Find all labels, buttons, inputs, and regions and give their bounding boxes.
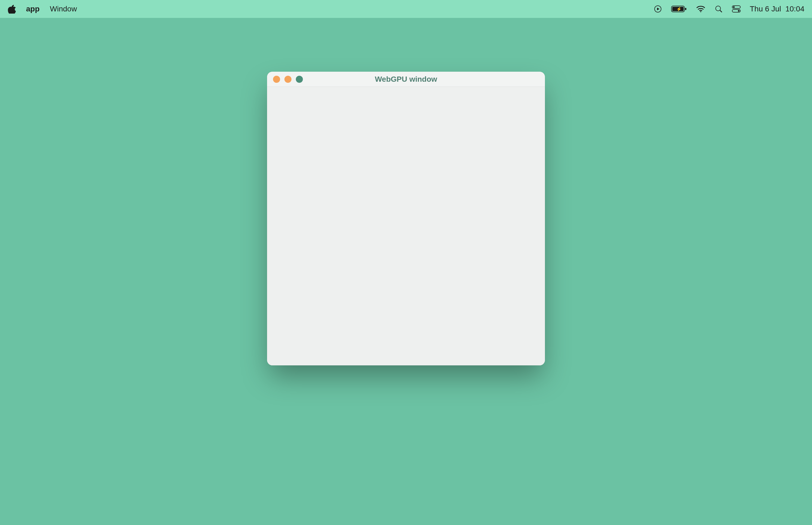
apple-menu-icon[interactable]: [7, 4, 16, 14]
desktop[interactable]: WebGPU window: [0, 18, 812, 525]
window-title: WebGPU window: [375, 75, 437, 84]
control-center-icon[interactable]: [732, 5, 741, 13]
app-name[interactable]: app: [26, 5, 40, 13]
window-titlebar[interactable]: WebGPU window: [267, 72, 545, 87]
menu-window[interactable]: Window: [50, 5, 77, 13]
svg-point-4: [700, 11, 701, 12]
media-playing-icon[interactable]: [654, 5, 662, 13]
svg-rect-3: [685, 8, 686, 10]
menubar-left: app Window: [7, 4, 77, 14]
close-button[interactable]: [273, 76, 280, 83]
search-icon[interactable]: [715, 5, 723, 13]
minimize-button[interactable]: [285, 76, 291, 83]
svg-point-5: [716, 6, 721, 11]
svg-point-8: [733, 6, 735, 8]
zoom-button[interactable]: [296, 76, 303, 83]
wifi-icon[interactable]: [696, 5, 705, 13]
app-window: WebGPU window: [267, 72, 545, 365]
menubar-time: 10:04: [785, 5, 805, 13]
menubar-right: ⚡ Thu 6 Jul 10:04: [654, 5, 805, 13]
window-content: [267, 87, 545, 365]
date-time[interactable]: Thu 6 Jul 10:04: [750, 5, 805, 13]
battery-icon[interactable]: ⚡: [671, 5, 687, 13]
svg-point-10: [738, 10, 739, 12]
menubar: app Window ⚡: [0, 0, 812, 18]
traffic-lights: [273, 76, 303, 83]
svg-line-6: [720, 10, 722, 12]
battery-charging-icon: ⚡: [676, 6, 682, 12]
menubar-date: Thu 6 Jul: [750, 5, 781, 13]
